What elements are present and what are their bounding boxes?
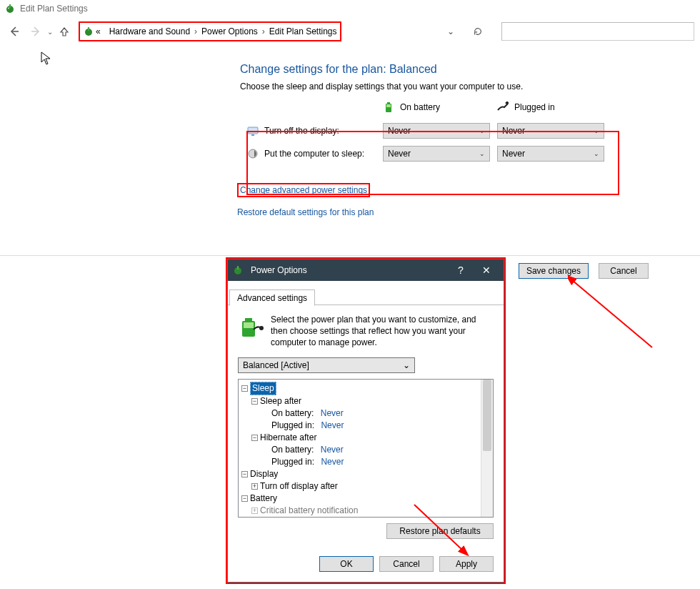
tree-label: Plugged in: — [271, 420, 314, 432]
column-label: Plugged in — [514, 102, 555, 112]
tree-value[interactable]: Never — [321, 407, 344, 420]
svg-point-2 — [8, 8, 9, 9]
tree-node-sleep-after[interactable]: Sleep after — [260, 395, 301, 407]
svg-rect-14 — [237, 266, 239, 269]
expand-icon[interactable]: + — [251, 508, 258, 514]
row-label-text: Turn off the display: — [264, 126, 339, 136]
address-dropdown[interactable]: ⌄ — [446, 26, 456, 36]
scrollbar-thumb[interactable] — [483, 380, 491, 451]
collapse-icon[interactable]: − — [251, 398, 258, 405]
power-icon — [232, 264, 244, 276]
select-display-battery[interactable]: Never⌄ — [383, 123, 490, 139]
select-value: Never — [502, 126, 525, 136]
tab-advanced[interactable]: Advanced settings — [229, 289, 315, 306]
dialog-titlebar[interactable]: Power Options ? ✕ — [228, 259, 504, 281]
battery-icon — [383, 102, 394, 113]
tree-node-display[interactable]: Display — [250, 468, 278, 480]
collapse-icon[interactable]: − — [241, 471, 248, 477]
dialog-description: Select the power plan that you want to c… — [271, 314, 494, 349]
row-label-text: Put the computer to sleep: — [264, 149, 364, 159]
annotation-arrow — [568, 276, 661, 355]
svg-line-12 — [572, 280, 652, 347]
svg-rect-7 — [386, 104, 391, 107]
collapse-icon[interactable]: − — [241, 385, 248, 392]
row-sleep: Put the computer to sleep: — [240, 148, 383, 159]
tree-node-critical-battery[interactable]: Critical battery notification — [260, 505, 358, 517]
display-icon — [247, 125, 259, 137]
column-label: On battery — [400, 102, 440, 112]
column-header-battery: On battery — [383, 102, 497, 116]
tree-label: On battery: — [271, 407, 314, 420]
recent-locations-dropdown[interactable]: ⌄ — [47, 28, 53, 36]
select-value: Never — [388, 126, 411, 136]
settings-tree[interactable]: − Sleep − Sleep after On battery: Never … — [238, 379, 494, 518]
select-power-plan[interactable]: Balanced [Active] ⌄ — [238, 357, 415, 373]
sleep-icon — [247, 148, 259, 159]
svg-rect-1 — [9, 4, 11, 8]
refresh-button[interactable] — [473, 26, 487, 36]
tree-value[interactable]: Never — [321, 444, 344, 456]
scrollbar[interactable] — [481, 380, 493, 517]
select-value: Balanced [Active] — [243, 360, 309, 370]
select-value: Never — [388, 149, 411, 159]
chevron-down-icon: ⌄ — [594, 150, 599, 157]
link-advanced-settings[interactable]: Change advanced power settings — [237, 183, 370, 197]
tree-label: Plugged in: — [271, 456, 314, 468]
main-content: Change settings for the plan: Balanced C… — [0, 46, 700, 217]
tree-value[interactable]: Never — [321, 456, 344, 468]
cursor-icon — [41, 51, 52, 66]
tree-value[interactable]: Never — [321, 420, 344, 432]
breadcrumb-item[interactable]: Power Options — [201, 26, 258, 36]
collapse-icon[interactable]: − — [241, 495, 248, 502]
back-button[interactable] — [6, 23, 23, 40]
svg-rect-17 — [244, 322, 254, 328]
chevron-right-icon: › — [262, 26, 265, 36]
svg-rect-6 — [387, 102, 390, 104]
select-value: Never — [502, 149, 525, 159]
link-restore-defaults[interactable]: Restore default settings for this plan — [237, 207, 374, 217]
breadcrumb-item[interactable]: Hardware and Sound — [109, 26, 190, 36]
expand-icon[interactable]: + — [251, 483, 258, 490]
chevron-down-icon: ⌄ — [479, 150, 485, 157]
breadcrumb-prefix[interactable]: « — [96, 26, 101, 36]
nav-toolbar: ⌄ « Hardware and Sound › Power Options ›… — [0, 17, 700, 46]
tree-node-turn-off-display[interactable]: Turn off display after — [260, 480, 338, 493]
window-titlebar: Edit Plan Settings — [0, 0, 700, 17]
svg-point-18 — [259, 326, 264, 330]
tree-node-sleep[interactable]: Sleep — [250, 382, 276, 395]
help-button[interactable]: ? — [448, 264, 474, 276]
forward-button[interactable] — [27, 23, 44, 40]
breadcrumb[interactable]: « Hardware and Sound › Power Options › E… — [79, 21, 341, 41]
select-sleep-battery[interactable]: Never⌄ — [383, 146, 490, 162]
svg-rect-10 — [251, 134, 254, 136]
annotation-arrow — [407, 500, 486, 565]
window-title: Edit Plan Settings — [20, 4, 88, 14]
row-display: Turn off the display: — [240, 125, 383, 137]
chevron-down-icon: ⌄ — [403, 360, 410, 370]
search-input[interactable] — [501, 22, 694, 41]
svg-rect-16 — [245, 318, 252, 321]
collapse-icon[interactable]: − — [251, 435, 258, 441]
chevron-down-icon: ⌄ — [594, 127, 599, 134]
tree-label: On battery: — [271, 444, 314, 456]
chevron-right-icon: › — [194, 26, 197, 36]
select-display-plugged[interactable]: Never⌄ — [497, 123, 604, 139]
plug-icon — [497, 102, 509, 113]
svg-rect-4 — [88, 27, 89, 31]
power-plan-icon — [4, 3, 16, 14]
page-subtitle: Choose the sleep and display settings th… — [240, 81, 700, 91]
breadcrumb-item[interactable]: Edit Plan Settings — [269, 26, 337, 36]
column-header-plugged: Plugged in — [497, 102, 611, 116]
svg-rect-9 — [248, 127, 258, 134]
page-title: Change settings for the plan: Balanced — [240, 63, 700, 76]
tree-node-battery[interactable]: Battery — [250, 493, 277, 505]
breadcrumb-icon — [83, 26, 94, 37]
tree-node-hibernate-after[interactable]: Hibernate after — [260, 432, 316, 444]
close-button[interactable]: ✕ — [474, 264, 499, 276]
up-button[interactable] — [56, 23, 73, 40]
svg-line-19 — [414, 505, 463, 550]
select-sleep-plugged[interactable]: Never⌄ — [497, 146, 604, 162]
dialog-title: Power Options — [251, 265, 448, 275]
ok-button[interactable]: OK — [319, 556, 374, 572]
power-plan-icon — [238, 314, 264, 340]
